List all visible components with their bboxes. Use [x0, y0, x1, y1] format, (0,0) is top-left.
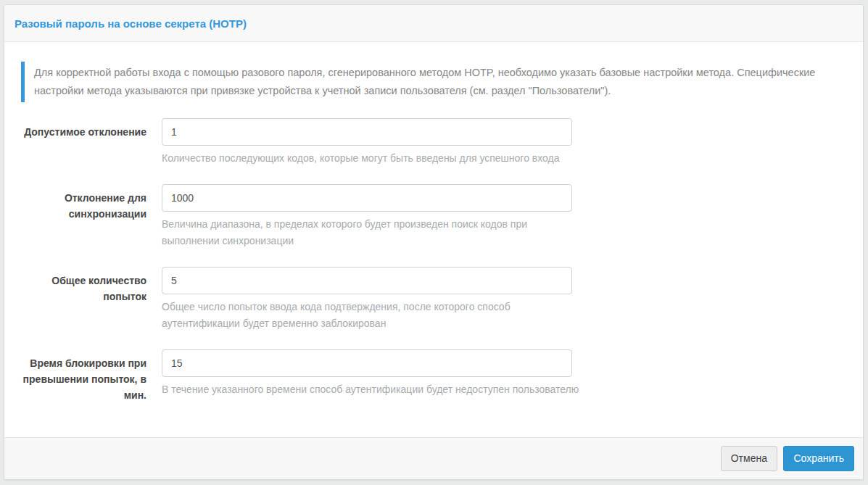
tolerance-field-wrap: Количество последующих кодов, которые мо… — [162, 118, 579, 167]
panel-footer: Отмена Сохранить — [4, 437, 863, 479]
tolerance-help-text: Количество последующих кодов, которые мо… — [162, 150, 579, 167]
hotp-settings-panel: Разовый пароль на основе секрета (HOTP) … — [4, 4, 864, 480]
save-button[interactable]: Сохранить — [783, 446, 854, 471]
attempts-label: Общее количество попыток — [19, 267, 146, 304]
tolerance-label: Допустимое отклонение — [19, 118, 146, 140]
form-group-lock-time: Время блокировки при превышении попыток,… — [19, 349, 848, 403]
cancel-button[interactable]: Отмена — [721, 446, 777, 471]
lock-time-input[interactable] — [162, 349, 572, 377]
sync-tolerance-field-wrap: Величина диапазона, в пределах которого … — [162, 184, 579, 249]
panel-header: Разовый пароль на основе секрета (HOTP) — [4, 5, 863, 42]
info-text: Для корректной работы входа с помощью ра… — [34, 67, 815, 96]
lock-time-help-text: В течение указанного времени способ ауте… — [162, 381, 579, 398]
attempts-field-wrap: Общее число попыток ввода кода подтвержд… — [162, 267, 579, 332]
attempts-help-text: Общее число попыток ввода кода подтвержд… — [162, 299, 579, 332]
attempts-input[interactable] — [162, 267, 572, 294]
form-group-sync-tolerance: Отклонение для синхронизации Величина ди… — [19, 184, 848, 249]
form-group-attempts: Общее количество попыток Общее число поп… — [19, 267, 848, 332]
sync-tolerance-input[interactable] — [162, 184, 572, 212]
form-group-tolerance: Допустимое отклонение Количество последу… — [19, 118, 848, 167]
tolerance-input[interactable] — [162, 118, 572, 146]
panel-body: Для корректной работы входа с помощью ра… — [4, 42, 863, 437]
page-title: Разовый пароль на основе секрета (HOTP) — [15, 17, 853, 30]
lock-time-field-wrap: В течение указанного времени способ ауте… — [162, 349, 579, 398]
info-callout: Для корректной работы входа с помощью ра… — [21, 62, 848, 102]
sync-tolerance-help-text: Величина диапазона, в пределах которого … — [162, 216, 579, 249]
sync-tolerance-label: Отклонение для синхронизации — [19, 184, 146, 222]
lock-time-label: Время блокировки при превышении попыток,… — [19, 349, 146, 403]
